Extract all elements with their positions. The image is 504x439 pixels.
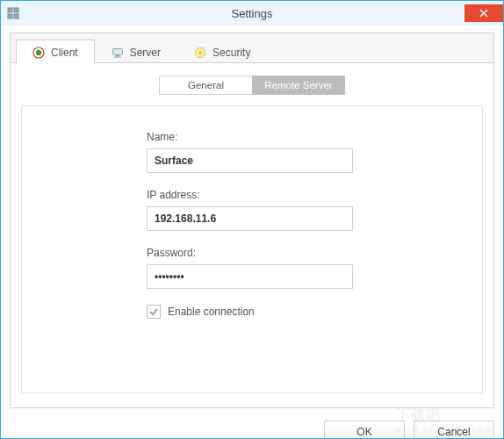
window-title: Settings [1, 7, 503, 20]
footer: OK Cancel [10, 408, 494, 439]
name-label: Name: [147, 131, 357, 143]
titlebar: Settings [1, 1, 503, 25]
client-icon [32, 47, 45, 59]
svg-rect-1 [14, 8, 18, 12]
svg-rect-3 [14, 14, 18, 18]
tab-security[interactable]: Security [177, 40, 267, 64]
svg-point-5 [36, 49, 41, 54]
subtab-general[interactable]: General [159, 76, 252, 95]
svg-point-10 [198, 50, 202, 54]
tab-client-label: Client [51, 47, 78, 59]
tab-security-label: Security [212, 47, 250, 59]
svg-rect-6 [112, 48, 122, 54]
svg-rect-8 [114, 56, 121, 57]
app-icon [6, 6, 20, 20]
tab-server-label: Server [130, 47, 161, 59]
tabstrip: Client Server Security [10, 32, 494, 62]
name-input[interactable] [147, 148, 353, 173]
server-icon [112, 47, 124, 59]
cancel-button[interactable]: Cancel [414, 421, 494, 439]
ok-button[interactable]: OK [324, 421, 405, 439]
svg-rect-0 [8, 8, 12, 12]
password-input[interactable] [147, 264, 353, 289]
form-panel: Name: IP address: Password: Enable conne… [21, 105, 483, 393]
ip-label: IP address: [147, 189, 357, 201]
subtabs: General Remote Server [21, 76, 483, 95]
security-icon [194, 47, 206, 59]
enable-connection-label: Enable connection [168, 306, 255, 318]
tab-server[interactable]: Server [95, 40, 177, 64]
close-button[interactable] [464, 4, 503, 22]
enable-connection-checkbox[interactable] [147, 305, 161, 319]
tab-client[interactable]: Client [16, 40, 95, 64]
password-label: Password: [147, 247, 357, 259]
content-panel: General Remote Server Name: IP address: … [10, 62, 494, 408]
subtab-remote-server[interactable]: Remote Server [252, 76, 345, 95]
svg-rect-7 [116, 55, 119, 57]
svg-rect-2 [8, 14, 12, 18]
ip-input[interactable] [147, 206, 353, 231]
